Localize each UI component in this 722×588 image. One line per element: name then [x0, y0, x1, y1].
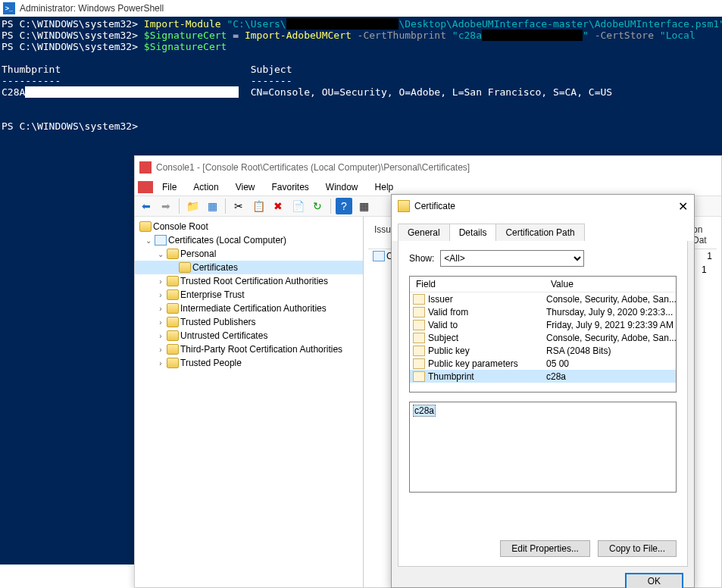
ps-string: \Desktop\AdobeUMInterface-master\AdobeUM… — [399, 18, 722, 30]
mmc-tree[interactable]: Console Root ⌄ Certificates (Local Compu… — [135, 217, 364, 587]
menu-favorites[interactable]: Favorites — [264, 180, 317, 194]
field-value: Friday, July 9, 2021 9:23:39 AM — [546, 320, 676, 330]
tree-item[interactable]: ›Trusted Publishers — [135, 315, 363, 329]
ps-output-value: C28A — [2, 86, 25, 98]
ok-row: OK — [392, 573, 694, 588]
tree-personal[interactable]: ⌄ Personal — [135, 247, 363, 261]
collapse-icon[interactable]: ⌄ — [144, 236, 153, 245]
copy-to-file-button[interactable]: Copy to File... — [598, 540, 677, 557]
expand-icon[interactable]: › — [156, 305, 165, 313]
field-icon — [413, 320, 425, 330]
field-icon — [413, 346, 425, 356]
copy-button[interactable]: 📋 — [250, 198, 267, 214]
certificate-store-icon — [155, 235, 167, 246]
list-col-issued[interactable]: Issued — [368, 221, 383, 249]
menu-window[interactable]: Window — [318, 180, 366, 194]
tree-item[interactable]: ›Enterprise Trust — [135, 288, 363, 302]
ps-text: = — [227, 30, 244, 41]
tree-item[interactable]: ›Trusted People — [135, 356, 363, 370]
powershell-titlebar[interactable]: >_ Administrator: Windows PowerShell — [0, 0, 722, 17]
field-row[interactable]: Valid toFriday, July 9, 2021 9:23:39 AM — [410, 318, 676, 331]
field-row[interactable]: IssuerConsole, Security, Adobe, San... — [410, 292, 676, 305]
tree-item[interactable]: ›Trusted Root Certification Authorities — [135, 274, 363, 288]
delete-button[interactable]: ✖ — [270, 198, 286, 214]
toolbar-separator — [179, 199, 180, 214]
field-icon — [413, 333, 425, 343]
field-row[interactable]: Public keyRSA (2048 Bits) — [410, 344, 676, 357]
collapse-icon[interactable]: ⌄ — [156, 250, 165, 258]
menu-view[interactable]: View — [228, 180, 263, 194]
ps-variable: $SignatureCert — [144, 30, 227, 41]
expand-icon[interactable]: › — [156, 359, 165, 368]
up-button[interactable]: 📁 — [184, 198, 201, 214]
show-select[interactable]: <All> — [440, 250, 584, 267]
ps-cmdlet: Import-AdobeUMCert — [245, 30, 352, 41]
certificate-titlebar[interactable]: Certificate ✕ — [392, 195, 694, 217]
powershell-icon: >_ — [3, 2, 15, 14]
field-row[interactable]: Valid fromThursday, July 9, 2020 9:23:3.… — [410, 305, 676, 318]
ps-prompt: PS C:\WINDOWS\system32> — [2, 120, 138, 132]
value-column-header[interactable]: Value — [545, 277, 580, 292]
folder-icon — [179, 262, 191, 273]
field-value: c28a — [546, 371, 676, 382]
refresh-button[interactable]: ↻ — [309, 198, 326, 214]
ps-param: -CertStore — [589, 30, 660, 41]
cut-button[interactable]: ✂ — [230, 198, 247, 214]
tree-item[interactable]: ›Intermediate Certification Authorities — [135, 302, 363, 315]
menu-file[interactable]: File — [155, 180, 184, 194]
tree-item[interactable]: ›Untrusted Certificates — [135, 329, 363, 342]
ps-prompt: PS C:\WINDOWS\system32> — [2, 18, 144, 30]
back-button[interactable]: ⬅ — [138, 198, 155, 214]
field-icon — [413, 294, 425, 305]
field-value: Thursday, July 9, 2020 9:23:3... — [546, 307, 676, 317]
properties-button[interactable]: 📄 — [289, 198, 306, 214]
tree-certificates[interactable]: Certificates — [135, 261, 363, 274]
folder-icon — [167, 303, 179, 314]
toolbar-separator — [225, 199, 226, 214]
mmc-titlebar[interactable]: Console1 - [Console Root\Certificates (L… — [135, 156, 721, 179]
menu-action[interactable]: Action — [186, 180, 226, 194]
tab-certification-path[interactable]: Certification Path — [495, 224, 584, 241]
certificate-icon — [373, 251, 385, 261]
tab-general[interactable]: General — [398, 224, 450, 241]
field-list[interactable]: Field Value IssuerConsole, Security, Ado… — [409, 276, 677, 393]
expand-icon[interactable]: › — [156, 332, 165, 340]
redacted-text: XXXXXXXXXXXXXXXXXXXXXXXXXXXXXXXXXXXX — [25, 86, 239, 98]
ok-button[interactable]: OK — [625, 573, 683, 588]
field-name: Issuer — [427, 294, 546, 305]
field-row[interactable]: SubjectConsole, Security, Adobe, San... — [410, 331, 676, 344]
edit-properties-button[interactable]: Edit Properties... — [500, 540, 590, 557]
expand-icon[interactable]: › — [156, 346, 165, 354]
field-row[interactable]: Thumbprintc28a — [410, 370, 676, 383]
tab-details[interactable]: Details — [449, 224, 497, 241]
expand-icon[interactable]: › — [156, 277, 165, 286]
forward-button[interactable]: ➡ — [158, 198, 174, 214]
tree-item[interactable]: ›Third-Party Root Certification Authorit… — [135, 342, 363, 356]
mmc-file-icon — [138, 181, 153, 193]
tree-console-root[interactable]: Console Root — [135, 220, 363, 233]
help-button[interactable]: ? — [336, 198, 352, 214]
expand-icon[interactable]: › — [156, 291, 165, 299]
tree-label: Certificates — [192, 262, 238, 273]
expand-icon[interactable]: › — [156, 318, 165, 327]
show-hide-button[interactable]: ▦ — [204, 198, 220, 214]
certificate-tabs: General Details Certification Path — [392, 217, 694, 241]
export-button[interactable]: ▦ — [355, 198, 372, 214]
field-column-header[interactable]: Field — [410, 277, 545, 292]
ps-variable: $SignatureCert — [144, 41, 227, 52]
ps-column-header: Subject — [251, 64, 292, 75]
field-name: Valid from — [427, 307, 546, 317]
folder-icon — [167, 317, 179, 327]
field-row[interactable]: Public key parameters05 00 — [410, 357, 676, 370]
field-list-header: Field Value — [410, 277, 676, 292]
powershell-content[interactable]: PS C:\WINDOWS\system32> Import-Module "C… — [0, 17, 722, 132]
ps-string: "c28a — [452, 30, 482, 41]
show-label: Show: — [409, 253, 434, 264]
folder-icon — [167, 249, 179, 259]
close-button[interactable]: ✕ — [678, 199, 688, 214]
tree-label: Certificates (Local Computer) — [168, 235, 286, 246]
menu-help[interactable]: Help — [367, 180, 402, 194]
field-name: Thumbprint — [427, 371, 546, 382]
tree-certificates-computer[interactable]: ⌄ Certificates (Local Computer) — [135, 233, 363, 247]
value-display-box[interactable]: c28a — [409, 402, 677, 493]
